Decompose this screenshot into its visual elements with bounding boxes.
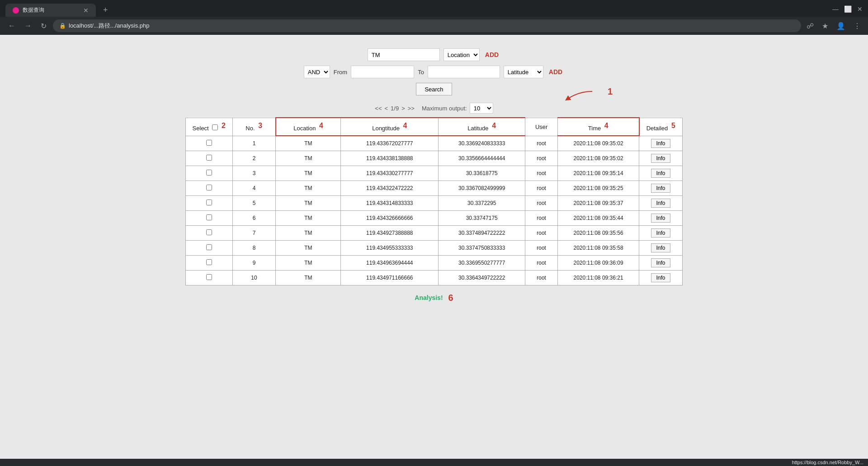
table-container: Select 2 No. 3 Location 4 Longtitude [185, 117, 683, 285]
info-button[interactable]: Info [651, 139, 670, 148]
no-cell: 4 [232, 181, 276, 195]
annotation-1: 1 [608, 86, 613, 97]
new-tab-button[interactable]: + [99, 4, 112, 17]
add-button-2[interactable]: ADD [547, 68, 564, 76]
back-button[interactable]: ← [5, 21, 18, 31]
longitude-cell: 119.434963694444 [341, 255, 439, 270]
select-cell [186, 225, 233, 240]
row-checkbox[interactable] [206, 140, 212, 146]
menu-icon[interactable]: ⋮ [852, 20, 863, 32]
no-label: No. [245, 125, 255, 132]
longitude-cell: 119.434330277777 [341, 166, 439, 181]
select-cell [186, 195, 233, 210]
browser-toolbar: ← → ↻ 🔒 localhost/...路径.../analysis.php … [0, 17, 868, 35]
row-checkbox[interactable] [206, 244, 212, 250]
browser-tab[interactable]: 数据查询 ✕ [5, 4, 96, 17]
latitude-cell: 30.33618775 [439, 166, 525, 181]
range-select[interactable]: Latitude Longitude Time [504, 66, 543, 78]
longitude-label: Longtitude [372, 125, 400, 132]
no-cell: 8 [232, 240, 276, 255]
annotation-5: 5 [671, 122, 675, 129]
select-all-checkbox[interactable] [212, 124, 218, 130]
row-checkbox[interactable] [206, 200, 212, 205]
to-input[interactable] [428, 66, 500, 78]
search-input[interactable] [368, 48, 440, 61]
info-button[interactable]: Info [651, 184, 670, 193]
from-input[interactable] [351, 66, 414, 78]
toolbar-actions: ☍ ★ 👤 ⋮ [805, 20, 863, 32]
row-checkbox[interactable] [206, 229, 212, 235]
max-output-select[interactable]: 10 20 50 100 [470, 103, 493, 114]
time-cell: 2020:11:08 09:36:09 [558, 255, 639, 270]
time-label: Time [588, 125, 601, 132]
translate-icon[interactable]: ☍ [805, 20, 816, 32]
minimize-button[interactable]: — [832, 5, 839, 13]
info-button[interactable]: Info [651, 258, 670, 267]
col-time-header: Time 4 [558, 118, 639, 136]
annotation-4-lon: 4 [403, 122, 407, 129]
row-checkbox[interactable] [206, 274, 212, 280]
location-cell: TM [276, 210, 341, 225]
row-checkbox[interactable] [206, 259, 212, 265]
longitude-cell: 119.434322472222 [341, 181, 439, 195]
row-checkbox[interactable] [206, 155, 212, 161]
location-select[interactable]: Location User Time [443, 48, 480, 61]
latitude-cell: 30.3374894722222 [439, 225, 525, 240]
latitude-cell: 30.33747175 [439, 210, 525, 225]
table-row: 6TM119.43432666666630.33747175root2020:1… [186, 210, 683, 225]
user-cell: root [525, 181, 558, 195]
row-checkbox[interactable] [206, 214, 212, 220]
last-page-button[interactable]: >> [408, 105, 415, 112]
detail-cell: Info [639, 210, 683, 225]
detail-cell: Info [639, 151, 683, 166]
info-button[interactable]: Info [651, 273, 670, 282]
info-button[interactable]: Info [651, 154, 670, 163]
detailed-label: Detailed [646, 125, 668, 132]
reload-button[interactable]: ↻ [38, 21, 49, 31]
location-cell: TM [276, 136, 341, 151]
location-cell: TM [276, 255, 341, 270]
user-cell: root [525, 151, 558, 166]
add-button-1[interactable]: ADD [483, 51, 500, 58]
bookmark-icon[interactable]: ★ [820, 20, 830, 32]
info-button[interactable]: Info [651, 243, 670, 252]
row-checkbox[interactable] [206, 185, 212, 190]
row-checkbox[interactable] [206, 170, 212, 176]
profile-icon[interactable]: 👤 [835, 20, 847, 32]
address-bar[interactable]: 🔒 localhost/...路径.../analysis.php [53, 19, 801, 32]
user-cell: root [525, 195, 558, 210]
analysis-row: Analysis! 6 [415, 293, 453, 303]
detail-cell: Info [639, 181, 683, 195]
forward-button[interactable]: → [22, 21, 34, 31]
info-button[interactable]: Info [651, 214, 670, 223]
and-select[interactable]: AND OR [304, 66, 330, 78]
table-row: 2TM119.43433813888830.3356664444444root2… [186, 151, 683, 166]
no-cell: 10 [232, 270, 276, 285]
table-row: 5TM119.43431483333330.3372295root2020:11… [186, 195, 683, 210]
latitude-cell: 30.3374750833333 [439, 240, 525, 255]
longitude-cell: 119.434971166666 [341, 270, 439, 285]
annotation-1-num: 1 [608, 86, 613, 97]
analysis-link[interactable]: Analysis! [415, 294, 443, 301]
info-button[interactable]: Info [651, 169, 670, 178]
next-page-button[interactable]: > [401, 105, 405, 112]
latitude-label: Latitude [467, 125, 488, 132]
tab-close-button[interactable]: ✕ [83, 7, 89, 14]
tab-favicon-icon [13, 7, 19, 14]
table-row: 10TM119.43497116666630.3364349722222root… [186, 270, 683, 285]
maximize-button[interactable]: ⬜ [844, 5, 852, 13]
info-button[interactable]: Info [651, 228, 670, 238]
browser-chrome: 数据查询 ✕ + — ⬜ ✕ ← → ↻ 🔒 localhost/...路径..… [0, 0, 868, 35]
location-cell: TM [276, 151, 341, 166]
search-button[interactable]: Search [416, 83, 452, 95]
col-detailed-header: Detailed 5 [639, 118, 683, 136]
table-row: 9TM119.43496369444430.3369550277777root2… [186, 255, 683, 270]
first-page-button[interactable]: << [375, 105, 382, 112]
close-window-button[interactable]: ✕ [857, 5, 863, 13]
lock-icon: 🔒 [59, 23, 66, 29]
arrow-1 [561, 89, 597, 104]
prev-page-button[interactable]: < [385, 105, 388, 112]
no-cell: 6 [232, 210, 276, 225]
detail-cell: Info [639, 240, 683, 255]
info-button[interactable]: Info [651, 199, 670, 208]
